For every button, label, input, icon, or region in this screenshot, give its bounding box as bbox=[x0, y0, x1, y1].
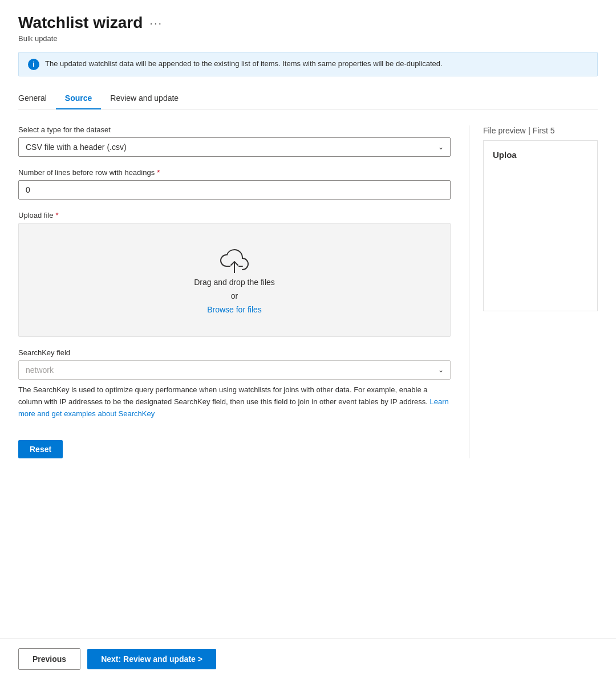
preview-title: File preview | First 5 bbox=[483, 125, 598, 136]
dataset-type-select[interactable]: CSV file with a header (.csv) bbox=[18, 137, 451, 157]
cloud-upload-icon bbox=[217, 246, 252, 273]
tab-review[interactable]: Review and update bbox=[101, 88, 188, 109]
searchkey-select-wrapper: network ⌄ bbox=[18, 360, 451, 380]
upload-file-label: Upload file* bbox=[18, 211, 451, 219]
searchkey-select[interactable]: network bbox=[18, 360, 451, 380]
upload-required-star: * bbox=[55, 211, 58, 219]
info-icon: i bbox=[28, 59, 39, 70]
searchkey-label: SearchKey field bbox=[18, 348, 451, 357]
previous-button[interactable]: Previous bbox=[18, 648, 80, 670]
upload-file-group: Upload file* Drag and drop the files or … bbox=[18, 211, 451, 337]
more-options-button[interactable]: ··· bbox=[149, 17, 163, 30]
dataset-type-label: Select a type for the dataset bbox=[18, 125, 451, 134]
tab-bar: General Source Review and update bbox=[18, 88, 598, 109]
browse-files-link[interactable]: Browse for files bbox=[207, 305, 262, 314]
reset-button[interactable]: Reset bbox=[18, 440, 63, 458]
lines-before-group: Number of lines before row with headings… bbox=[18, 168, 451, 200]
lines-before-required: * bbox=[157, 168, 160, 177]
lines-before-input[interactable] bbox=[18, 180, 451, 200]
searchkey-group: SearchKey field network ⌄ The SearchKey … bbox=[18, 348, 451, 420]
preview-subtitle: | First 5 bbox=[528, 126, 554, 135]
or-text: or bbox=[231, 291, 238, 300]
form-panel: Select a type for the dataset CSV file w… bbox=[18, 125, 469, 458]
tab-general[interactable]: General bbox=[18, 88, 56, 109]
page-subtitle: Bulk update bbox=[18, 34, 598, 43]
dataset-type-select-wrapper: CSV file with a header (.csv) ⌄ bbox=[18, 137, 451, 157]
upload-drop-zone[interactable]: Drag and drop the files or Browse for fi… bbox=[18, 223, 451, 337]
dataset-type-group: Select a type for the dataset CSV file w… bbox=[18, 125, 451, 157]
info-banner: i The updated watchlist data will be app… bbox=[18, 52, 598, 76]
next-button[interactable]: Next: Review and update > bbox=[87, 649, 216, 669]
preview-upload-note: Uploa bbox=[484, 141, 597, 169]
info-banner-text: The updated watchlist data will be appen… bbox=[45, 58, 443, 70]
lines-before-label: Number of lines before row with headings… bbox=[18, 168, 451, 177]
drag-drop-text: Drag and drop the files bbox=[194, 278, 275, 287]
footer-bar: Previous Next: Review and update > bbox=[0, 639, 616, 679]
preview-panel: File preview | First 5 Uploa bbox=[469, 125, 598, 458]
tab-source[interactable]: Source bbox=[56, 88, 101, 109]
preview-box: Uploa bbox=[483, 140, 598, 311]
searchkey-description: The SearchKey is used to optimize query … bbox=[18, 384, 451, 420]
page-title: Watchlist wizard bbox=[18, 14, 143, 32]
